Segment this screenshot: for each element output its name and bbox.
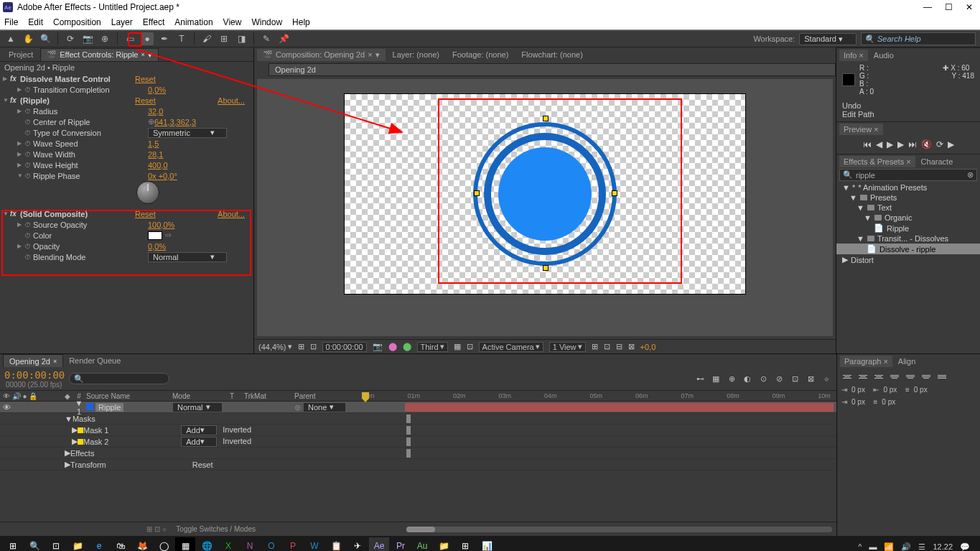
task-view-icon[interactable]: ⊡ [46, 537, 66, 551]
layer-row[interactable]: 👁 ▼ 1 Ripple Normal▾ ⊚ None▾ [0, 402, 836, 413]
excel-icon[interactable]: X [218, 537, 238, 551]
camera-tool-icon[interactable]: 📷 [81, 32, 94, 45]
search-help-field[interactable]: 🔍 Search Help [861, 32, 976, 45]
tl-icon[interactable]: ⊷ [694, 373, 706, 384]
view-dropdown[interactable]: 1 View ▾ [549, 342, 586, 352]
flowchart-tab[interactable]: Flowchart: (none) [515, 49, 589, 60]
loop-icon[interactable]: ⟳ [936, 139, 943, 149]
reset-link[interactable]: Reset [135, 75, 156, 83]
align-tab[interactable]: Align [894, 356, 920, 367]
blend-mode-dropdown[interactable]: Normal▾ [148, 252, 227, 262]
reset-link[interactable]: Reset [192, 460, 213, 469]
paragraph-tab[interactable]: Paragraph× [840, 356, 892, 367]
menu-view[interactable]: View [223, 17, 242, 27]
tree-item-selected[interactable]: 📄 Dissolve - ripple [836, 244, 980, 254]
footage-tab[interactable]: Footage: (none) [447, 49, 514, 60]
clock[interactable]: 12.22 [933, 542, 953, 551]
app-icon[interactable]: 📊 [477, 537, 497, 551]
menu-layer[interactable]: Layer [111, 17, 133, 27]
mute-icon[interactable]: 🔇 [921, 139, 932, 149]
app-icon[interactable]: 📋 [326, 537, 346, 551]
outlook-icon[interactable]: O [261, 537, 281, 551]
mask-mode-dropdown[interactable]: Add▾ [181, 425, 217, 435]
tl-icon[interactable]: ⊡ [789, 373, 801, 384]
after-effects-icon[interactable]: Ae [369, 537, 389, 551]
comp-inner-tab[interactable]: Opening 2d [269, 63, 836, 76]
justify-left-icon[interactable] [889, 371, 900, 381]
menu-animation[interactable]: Animation [174, 17, 213, 27]
anchor-tool-icon[interactable]: ⊕ [98, 32, 111, 45]
layer-bar[interactable] [405, 403, 834, 412]
app-icon[interactable]: ✈ [347, 537, 368, 551]
source-opacity-value[interactable]: 100,0% [148, 221, 174, 229]
type-conversion-dropdown[interactable]: Symmetric▾ [148, 128, 227, 138]
tray-up-icon[interactable]: ^ [858, 542, 862, 551]
hand-tool-icon[interactable]: ✋ [22, 32, 34, 45]
tree-item[interactable]: ▼ Transit... - Dissolves [836, 233, 980, 244]
play-icon[interactable]: ▶ [887, 139, 893, 149]
next-frame-icon[interactable]: ▶ [897, 139, 904, 149]
rotate-tool-icon[interactable]: ⟳ [64, 32, 77, 45]
reset-link[interactable]: Reset [135, 210, 156, 218]
last-frame-icon[interactable]: ⏭ [908, 139, 917, 149]
explorer-icon[interactable]: 📁 [67, 537, 88, 551]
wave-speed-value[interactable]: 1,5 [148, 139, 159, 148]
tree-item[interactable]: ▼ Organic [836, 213, 980, 223]
workspace-dropdown[interactable]: Standard ▾ [799, 33, 857, 45]
maximize-button[interactable]: ☐ [945, 2, 953, 12]
align-right-icon[interactable] [873, 371, 885, 381]
tl-icon[interactable]: ⊘ [773, 373, 785, 384]
mask-item[interactable]: Mask 2 [83, 437, 108, 446]
composition-tab[interactable]: 🎬 Composition: Opening 2d × ▾ [257, 49, 386, 61]
exposure-value[interactable]: +0,0 [640, 343, 656, 351]
transform-handle[interactable] [543, 265, 549, 271]
ram-preview-icon[interactable]: ▶ [948, 139, 954, 149]
menu-composition[interactable]: Composition [53, 17, 101, 27]
fx-ripple-label[interactable]: (Ripple) [20, 96, 135, 105]
zoom-dropdown[interactable]: (44,4%) ▾ [258, 342, 292, 351]
effect-controls-tab[interactable]: 🎬 Effect Controls: Ripple × ▾ [40, 48, 159, 61]
tl-icon[interactable]: ⊕ [726, 373, 737, 384]
close-button[interactable]: ✕ [966, 2, 973, 12]
zoom-slider[interactable] [406, 527, 832, 532]
info-tab[interactable]: Info× [839, 50, 868, 61]
audition-icon[interactable]: Au [412, 537, 432, 551]
mask-mode-dropdown[interactable]: Add▾ [181, 437, 217, 447]
justify-right-icon[interactable] [920, 371, 932, 381]
ellipse-tool-icon[interactable]: ● [141, 32, 154, 45]
radius-value[interactable]: 32,0 [148, 107, 163, 116]
edge-icon[interactable]: e [89, 537, 109, 551]
menu-window[interactable]: Window [251, 17, 282, 27]
fx-dissolve-label[interactable]: Dissolve Master Control [20, 75, 135, 83]
zoom-tool-icon[interactable]: 🔍 [39, 32, 52, 45]
onenote-icon[interactable]: N [240, 537, 260, 551]
search-icon[interactable]: 🔍 [24, 537, 45, 551]
wifi-icon[interactable]: 📶 [884, 542, 894, 552]
phase-dial[interactable] [136, 181, 159, 204]
time-ruler[interactable]: 00m01m02m03m04m05m06m07m08m09m10m [359, 392, 836, 399]
cortana-icon[interactable]: ◯ [154, 537, 174, 551]
effects-presets-tab[interactable]: Effects & Presets× [839, 156, 915, 167]
firefox-icon[interactable]: 🦊 [132, 537, 152, 551]
prev-frame-icon[interactable]: ◀ [876, 139, 882, 149]
stamp-tool-icon[interactable]: ⊞ [218, 32, 230, 45]
first-frame-icon[interactable]: ⏮ [863, 139, 872, 149]
transform-handle[interactable] [474, 190, 480, 196]
menu-effect[interactable]: Effect [143, 17, 164, 27]
tree-item[interactable]: ▼ * * Animation Presets [836, 182, 980, 193]
project-tab[interactable]: Project [3, 49, 39, 60]
selection-tool-icon[interactable]: ▲ [4, 32, 17, 45]
text-tool-icon[interactable]: T [175, 32, 188, 45]
preview-tab[interactable]: Preview× [839, 124, 883, 135]
brush-tool-icon[interactable]: 🖌 [200, 32, 213, 45]
effects-group[interactable]: Effects [70, 449, 94, 458]
effects-search[interactable]: 🔍 ripple⊗ [839, 169, 977, 181]
indent-value[interactable]: 0 px [851, 386, 865, 394]
wave-width-value[interactable]: 28,1 [148, 150, 163, 159]
camera-dropdown[interactable]: Active Camera ▾ [479, 342, 543, 352]
store-icon[interactable]: 🛍 [111, 537, 131, 551]
transition-completion-value[interactable]: 0,0% [148, 85, 166, 94]
app-icon[interactable]: ⊞ [455, 537, 475, 551]
justify-all-icon[interactable] [936, 371, 948, 381]
toggle-switches-button[interactable]: Toggle Switches / Modes [176, 525, 256, 533]
